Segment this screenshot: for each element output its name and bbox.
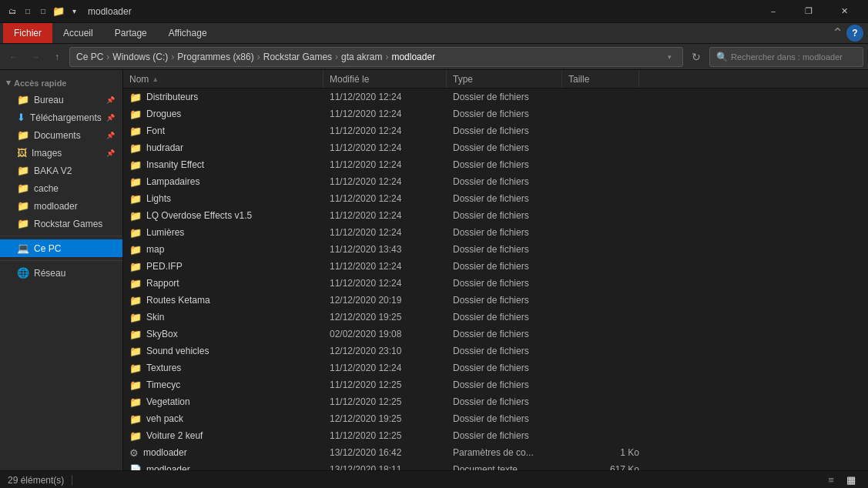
search-box[interactable]: 🔍 Rechercher dans : modloader bbox=[709, 47, 863, 67]
minimize-button[interactable]: − bbox=[756, 0, 791, 23]
ribbon-tabs: Fichier Accueil Partage Affichage ⌃ ? bbox=[0, 23, 868, 43]
modloader-folder-icon: 📁 bbox=[17, 200, 29, 212]
table-row[interactable]: 📁 LQ Overdose Effects v1.5 11/12/2020 12… bbox=[123, 207, 868, 224]
sidebar-item-images[interactable]: 🖼 Images 📌 bbox=[0, 144, 122, 162]
images-icon: 🖼 bbox=[17, 147, 27, 159]
table-row[interactable]: 📁 SkyBox 02/02/2020 19:08 Dossier de fic… bbox=[123, 326, 868, 343]
sidebar-item-images-label: Images bbox=[32, 148, 62, 159]
table-row[interactable]: 📁 Lights 11/12/2020 12:24 Dossier de fic… bbox=[123, 190, 868, 207]
file-name: Routes Ketama bbox=[146, 295, 210, 306]
folder-icon: 📁 bbox=[129, 261, 142, 272]
file-type: Dossier de fichiers bbox=[450, 346, 565, 356]
crumb-programmes[interactable]: Programmes (x86) bbox=[177, 52, 253, 62]
cache-folder-icon: 📁 bbox=[17, 182, 29, 194]
table-row[interactable]: 📁 Distributeurs 11/12/2020 12:24 Dossier… bbox=[123, 89, 868, 105]
ribbon-expand-icon[interactable]: ⌃ bbox=[832, 25, 843, 42]
sidebar-item-rockstar[interactable]: 📁 Rockstar Games bbox=[0, 215, 122, 232]
table-row[interactable]: 📁 veh pack 12/12/2020 19:25 Dossier de f… bbox=[123, 410, 868, 427]
file-modified: 11/12/2020 12:24 bbox=[327, 92, 450, 102]
table-row[interactable]: 📁 hudradar 11/12/2020 12:24 Dossier de f… bbox=[123, 139, 868, 156]
folder-icon: 📁 bbox=[129, 125, 142, 137]
sidebar-item-baka[interactable]: 📁 BAKA V2 bbox=[0, 162, 122, 179]
table-row[interactable]: 📁 Drogues 11/12/2020 12:24 Dossier de fi… bbox=[123, 105, 868, 122]
up-button[interactable]: ↑ bbox=[48, 48, 66, 66]
sidebar-item-reseau[interactable]: 🌐 Réseau bbox=[0, 264, 122, 282]
sidebar-item-documents[interactable]: 📁 Documents 📌 bbox=[0, 126, 122, 144]
tab-fichier[interactable]: Fichier bbox=[3, 23, 52, 43]
ribbon: Fichier Accueil Partage Affichage ⌃ ? bbox=[0, 23, 868, 44]
tab-accueil[interactable]: Accueil bbox=[52, 23, 104, 43]
file-name: SkyBox bbox=[146, 329, 178, 339]
reseau-icon: 🌐 bbox=[17, 267, 29, 279]
address-bar[interactable]: Ce PC › Windows (C:) › Programmes (x86) … bbox=[69, 47, 683, 67]
column-header-type[interactable]: Type bbox=[447, 70, 562, 88]
table-row[interactable]: 📁 map 11/12/2020 13:43 Dossier de fichie… bbox=[123, 241, 868, 258]
file-name: modloader bbox=[143, 447, 187, 458]
table-row[interactable]: 📁 PED.IFP 11/12/2020 12:24 Dossier de fi… bbox=[123, 258, 868, 275]
list-view-button[interactable]: ≡ bbox=[822, 473, 840, 488]
file-modified: 11/12/2020 12:25 bbox=[327, 379, 450, 390]
quick-access-label: Accès rapide bbox=[14, 79, 66, 88]
details-view-button[interactable]: ▦ bbox=[842, 473, 860, 488]
crumb-modloader[interactable]: modloader bbox=[391, 52, 435, 62]
settings-icon: ⚙ bbox=[129, 447, 139, 459]
file-size: 1 Ko bbox=[565, 447, 642, 458]
back-button[interactable]: ← bbox=[5, 48, 23, 66]
table-row[interactable]: 📁 Vegetation 11/12/2020 12:25 Dossier de… bbox=[123, 393, 868, 410]
breadcrumb: Ce PC › Windows (C:) › Programmes (x86) … bbox=[76, 52, 435, 62]
sidebar-item-bureau[interactable]: 📁 Bureau 📌 bbox=[0, 91, 122, 109]
table-row[interactable]: 📁 Lampadaires 11/12/2020 12:24 Dossier d… bbox=[123, 173, 868, 190]
table-row[interactable]: 📁 Insanity Effect 11/12/2020 12:24 Dossi… bbox=[123, 156, 868, 173]
column-header-modified[interactable]: Modifié le bbox=[323, 70, 447, 88]
file-modified: 11/12/2020 12:24 bbox=[327, 363, 450, 373]
table-row[interactable]: 📁 Sound vehicles 12/12/2020 23:10 Dossie… bbox=[123, 343, 868, 359]
file-name: PED.IFP bbox=[146, 261, 183, 272]
sidebar-item-telechargements[interactable]: ⬇ Téléchargements 📌 bbox=[0, 109, 122, 126]
table-row[interactable]: 📁 Font 11/12/2020 12:24 Dossier de fichi… bbox=[123, 122, 868, 139]
table-row[interactable]: 📁 Textures 11/12/2020 12:24 Dossier de f… bbox=[123, 359, 868, 376]
documents-pin-icon: 📌 bbox=[106, 132, 115, 139]
sidebar-item-modloader[interactable]: 📁 modloader bbox=[0, 197, 122, 215]
file-type: Dossier de fichiers bbox=[450, 109, 565, 119]
file-name: modloader bbox=[146, 464, 190, 470]
network-section: 🌐 Réseau bbox=[0, 264, 122, 282]
crumb-gta[interactable]: gta akram bbox=[341, 52, 382, 62]
sidebar-item-reseau-label: Réseau bbox=[34, 268, 65, 279]
sidebar-item-ce-pc[interactable]: 💻 Ce PC bbox=[0, 239, 122, 257]
table-row[interactable]: 📁 Rapport 11/12/2020 12:24 Dossier de fi… bbox=[123, 275, 868, 292]
column-header-name[interactable]: Nom ▲ bbox=[123, 70, 323, 88]
title-bar-controls: − ❐ ✕ bbox=[756, 0, 862, 23]
table-row[interactable]: 📁 Lumières 11/12/2020 12:24 Dossier de f… bbox=[123, 224, 868, 241]
folder-icon: 📁 bbox=[129, 413, 142, 425]
file-type: Dossier de fichiers bbox=[450, 227, 565, 238]
forward-button[interactable]: → bbox=[26, 48, 45, 66]
file-modified: 11/12/2020 12:24 bbox=[327, 227, 450, 238]
tab-affichage[interactable]: Affichage bbox=[158, 23, 218, 43]
file-type: Dossier de fichiers bbox=[450, 396, 565, 407]
address-dropdown-icon[interactable]: ▾ bbox=[662, 47, 676, 67]
table-row[interactable]: 📁 Routes Ketama 12/12/2020 20:19 Dossier… bbox=[123, 292, 868, 309]
search-icon: 🔍 bbox=[716, 52, 728, 62]
ribbon-help-button[interactable]: ? bbox=[846, 25, 863, 42]
documents-icon: 📁 bbox=[17, 129, 29, 141]
sidebar-item-cache[interactable]: 📁 cache bbox=[0, 179, 122, 197]
restore-button[interactable]: ❐ bbox=[791, 0, 826, 23]
crumb-rockstar[interactable]: Rockstar Games bbox=[263, 52, 332, 62]
crumb-ce-pc[interactable]: Ce PC bbox=[76, 52, 103, 62]
crumb-windows[interactable]: Windows (C:) bbox=[112, 52, 168, 62]
table-row[interactable]: 📁 Voiture 2 keuf 11/12/2020 12:25 Dossie… bbox=[123, 427, 868, 444]
table-row[interactable]: ⚙ modloader 13/12/2020 16:42 Paramètres … bbox=[123, 444, 868, 461]
file-type: Dossier de fichiers bbox=[450, 413, 565, 424]
close-button[interactable]: ✕ bbox=[826, 0, 862, 23]
file-name: Font bbox=[146, 125, 165, 136]
table-row[interactable]: 📄 modloader 13/12/2020 18:11 Document te… bbox=[123, 461, 868, 470]
table-row[interactable]: 📁 Timecyc 11/12/2020 12:25 Dossier de fi… bbox=[123, 376, 868, 393]
window-icon: 🗂 bbox=[6, 5, 18, 18]
quick-access-section: ▾ Accès rapide 📁 Bureau 📌 ⬇ Téléchargeme… bbox=[0, 75, 122, 232]
tab-partage[interactable]: Partage bbox=[104, 23, 158, 43]
file-modified: 11/12/2020 12:24 bbox=[327, 193, 450, 204]
refresh-button[interactable]: ↻ bbox=[686, 47, 706, 67]
file-modified: 11/12/2020 12:25 bbox=[327, 396, 450, 407]
table-row[interactable]: 📁 Skin 12/12/2020 19:25 Dossier de fichi… bbox=[123, 309, 868, 326]
column-header-size[interactable]: Taille bbox=[562, 70, 639, 88]
